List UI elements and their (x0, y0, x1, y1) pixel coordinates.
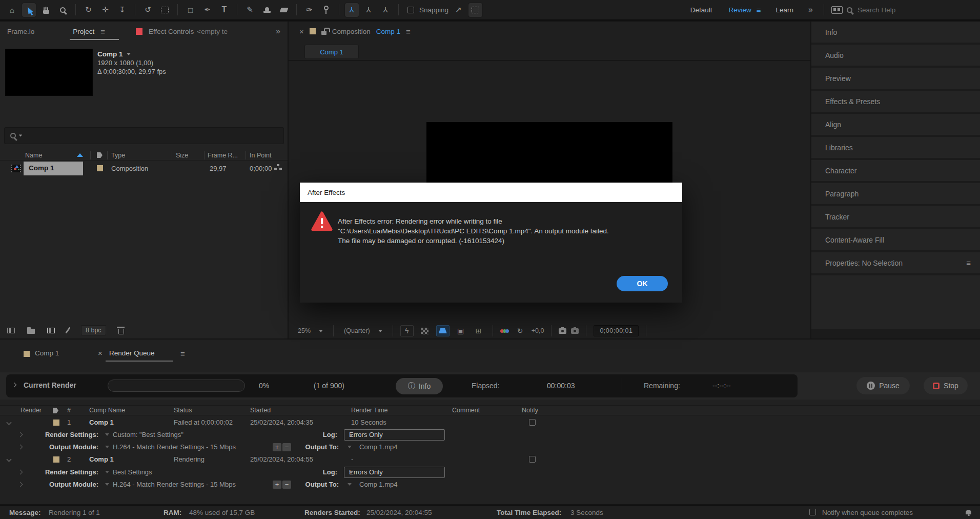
properties-menu-icon[interactable]: ≡ (966, 258, 971, 267)
label-column-icon[interactable] (97, 152, 103, 158)
wand-icon[interactable] (65, 327, 70, 333)
sidebar-item-info[interactable]: Info (811, 22, 980, 43)
item-comp-name[interactable]: Comp 1 (89, 453, 114, 466)
tab-comp[interactable]: Comp 1 (35, 349, 59, 357)
output-module-label[interactable]: Output Module: (31, 441, 98, 453)
timecode-display[interactable]: 0;00;00;01 (594, 325, 639, 336)
notify-queue-checkbox[interactable] (809, 509, 816, 515)
pen-tool[interactable]: ✒ (200, 3, 214, 17)
column-in-point[interactable]: In Point (250, 152, 271, 159)
hand-tool[interactable] (39, 3, 53, 17)
output-to-value[interactable]: Comp 1.mp4 (359, 441, 397, 453)
remove-output-module-button[interactable]: − (282, 443, 291, 451)
selection-tool[interactable] (22, 3, 36, 17)
trash-icon[interactable] (118, 329, 124, 334)
project-search[interactable] (4, 127, 284, 144)
exposure-value[interactable]: +0,0 (532, 327, 544, 334)
search-options-caret-icon[interactable] (19, 135, 22, 137)
module-caret-icon[interactable] (105, 446, 109, 448)
render-queue-menu-icon[interactable]: ≡ (180, 349, 185, 358)
project-item-row[interactable]: Comp 1 Composition 29,97 0;00;00 (0, 162, 288, 175)
interpret-footage-icon[interactable] (7, 328, 15, 333)
type-tool[interactable]: T (217, 3, 231, 17)
settings-caret-icon[interactable] (105, 433, 109, 436)
fast-previews-button[interactable]: ϟ (400, 325, 414, 336)
log-dropdown[interactable]: Errors Only (344, 429, 445, 441)
show-snapshot-icon[interactable] (571, 328, 579, 334)
sidebar-item-paragraph[interactable]: Paragraph (811, 183, 980, 204)
dependencies-icon[interactable] (277, 164, 279, 166)
settings-caret-icon[interactable] (105, 471, 109, 473)
orbit-camera-tool[interactable]: ↻ (81, 3, 95, 17)
workspace-default[interactable]: Default (684, 6, 719, 14)
output-to-value[interactable]: Comp 1.mp4 (359, 478, 397, 491)
workspace-review[interactable]: Review (722, 6, 753, 14)
tab-project[interactable]: Project (73, 28, 94, 35)
snapshot-icon[interactable] (559, 328, 566, 334)
snapping-checkbox[interactable] (407, 7, 414, 13)
render-settings-label[interactable]: Render Settings: (31, 429, 98, 441)
column-size[interactable]: Size (176, 152, 188, 159)
item-label-color[interactable] (53, 420, 59, 426)
close-tab-icon[interactable]: × (299, 27, 304, 36)
info-button[interactable]: ⓘ Info (396, 378, 443, 394)
remove-output-module-button[interactable]: − (282, 481, 291, 489)
brush-tool[interactable]: ✎ (243, 3, 257, 17)
expand-module-chevron[interactable] (18, 482, 23, 487)
workspace-menu-icon[interactable]: ≡ (757, 6, 766, 14)
tab-render-queue[interactable]: Render Queue (109, 349, 155, 357)
frame-button[interactable]: ▣ (454, 325, 467, 336)
output-module-value[interactable]: H.264 - Match Render Settings - 15 Mbps (113, 478, 236, 491)
comp-viewer-tab[interactable]: Comp 1 (304, 45, 359, 59)
zoom-tool[interactable] (56, 3, 70, 17)
output-caret-icon[interactable] (348, 446, 352, 448)
sidebar-item-effects-presets[interactable]: Effects & Presets (811, 91, 980, 112)
comp-info-name[interactable]: Comp 1 (97, 50, 123, 58)
collapse-item-chevron[interactable] (7, 457, 12, 462)
sidebar-item-content-aware-fill[interactable]: Content-Aware Fill (811, 229, 980, 250)
sidebar-item-preview[interactable]: Preview (811, 68, 980, 89)
render-item-row[interactable]: 2 Comp 1 Rendering 25/02/2024, 20:04:55 … (0, 453, 980, 466)
render-item-row[interactable]: 1 Comp 1 Failed at 0;00;00;02 25/02/2024… (0, 416, 980, 429)
stop-button[interactable]: Stop (924, 377, 968, 394)
clone-stamp-tool[interactable] (260, 3, 274, 17)
add-output-module-button[interactable]: + (273, 443, 281, 451)
camera-tool[interactable] (158, 3, 172, 17)
notify-checkbox[interactable] (529, 419, 536, 426)
column-comp-name[interactable]: Comp Name (89, 407, 125, 414)
column-number[interactable]: # (67, 407, 71, 414)
workspace-learn[interactable]: Learn (769, 6, 801, 14)
home-button[interactable]: ⌂ (5, 3, 19, 17)
render-settings-value[interactable]: Custom: "Best Settings" (113, 429, 183, 441)
active-comp-name[interactable]: Comp 1 (376, 28, 400, 35)
panel-overflow-chevron[interactable]: » (276, 27, 280, 36)
column-render-time[interactable]: Render Time (351, 407, 388, 414)
column-frame-rate[interactable]: Frame R... (208, 152, 238, 159)
snap-features-button[interactable] (468, 3, 482, 17)
column-name[interactable]: Name (25, 152, 42, 159)
output-module-value[interactable]: H.264 - Match Render Settings - 15 Mbps (113, 441, 236, 453)
expand-settings-chevron[interactable] (18, 470, 23, 475)
expand-settings-chevron[interactable] (18, 432, 23, 437)
tab-frameio[interactable]: Frame.io (7, 28, 34, 35)
log-dropdown[interactable]: Errors Only (344, 467, 445, 478)
show-channels-button[interactable] (500, 329, 509, 333)
column-status[interactable]: Status (174, 407, 192, 414)
sidebar-item-properties[interactable]: Properties: No Selection≡ (811, 252, 980, 273)
view-axis-mode-button[interactable]: Y (379, 3, 393, 17)
column-started[interactable]: Started (250, 407, 271, 414)
sidebar-item-tracker[interactable]: Tracker (811, 206, 980, 227)
column-comment[interactable]: Comment (452, 407, 480, 414)
dialog-title-bar[interactable]: After Effects (300, 183, 682, 202)
region-of-interest-button[interactable]: ⊞ (472, 325, 485, 336)
ok-button[interactable]: OK (617, 276, 668, 291)
output-caret-icon[interactable] (348, 483, 352, 486)
collapse-item-chevron[interactable] (7, 420, 12, 425)
dolly-camera-tool[interactable]: ↧ (115, 3, 129, 17)
resolution-dropdown[interactable]: (Quarter) (341, 327, 385, 334)
item-comp-name[interactable]: Comp 1 (89, 416, 114, 429)
pan-behind-tool[interactable]: ✛ (98, 3, 112, 17)
sidebar-item-libraries[interactable]: Libraries (811, 137, 980, 158)
color-depth-button[interactable]: 8 bpc (81, 325, 106, 335)
sidebar-item-character[interactable]: Character (811, 160, 980, 181)
